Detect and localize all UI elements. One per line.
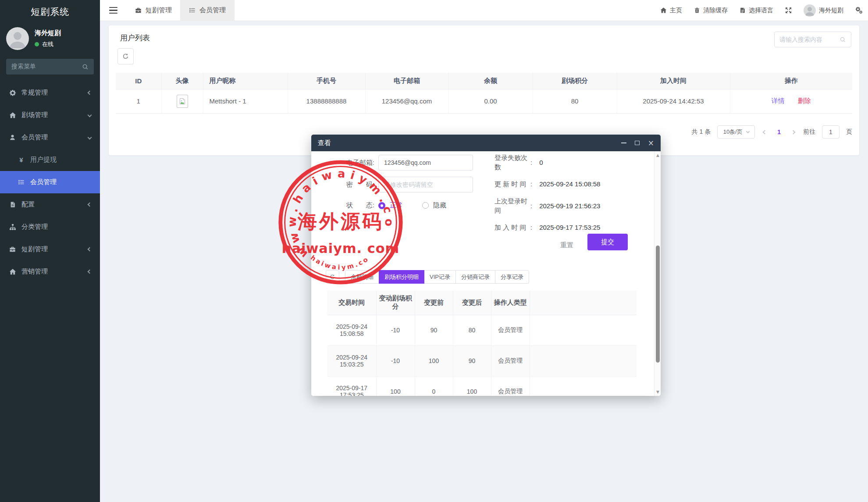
table-search-input[interactable] <box>779 36 836 43</box>
scrollbar-thumb[interactable] <box>656 246 660 363</box>
home-icon <box>9 111 16 119</box>
fullscreen-action[interactable] <box>785 7 792 14</box>
radio-hidden[interactable] <box>422 202 429 209</box>
info-label: 上次登录时间 <box>494 196 530 215</box>
sidebar-item-label: 用户提现 <box>30 156 57 164</box>
cell-operator-type: 会员管理 <box>491 376 530 396</box>
briefcase-icon <box>9 246 16 253</box>
record-tabs: 余额明细 剧场积分明细 VIP记录 分销商记录 分享记录 <box>345 270 529 284</box>
sidebar-item-members[interactable]: 会员管理 <box>0 126 100 149</box>
sidebar-item-label: 分类管理 <box>21 223 48 231</box>
chevron-left-icon <box>88 203 92 207</box>
info-row-updated: 更 新 时 间 : 2025-09-24 15:08:58 <box>494 179 644 189</box>
password-field[interactable] <box>378 177 473 192</box>
expand-icon <box>785 7 792 14</box>
scroll-up-icon[interactable]: ▲ <box>655 153 661 157</box>
goto-page-input[interactable] <box>822 125 840 139</box>
cell-before: 100 <box>415 345 453 376</box>
tab-drama-manage[interactable]: 短剧管理 <box>127 0 181 21</box>
sidebar-item-config[interactable]: 配置 <box>0 193 100 216</box>
sidebar-item-marketing[interactable]: 营销管理 <box>0 260 100 283</box>
col-points: 剧场积分 <box>533 73 617 89</box>
status-radio-group: 正常 隐藏 <box>378 201 446 210</box>
points-table-header: 交易时间 变动剧场积分 变更前 变更后 操作人类型 <box>327 291 637 315</box>
detail-link[interactable]: 详情 <box>772 97 785 104</box>
sidebar-item-label: 常规管理 <box>21 89 48 97</box>
page-title: 用户列表 <box>120 33 150 43</box>
menu-search-placeholder: 搜索菜单 <box>11 63 36 71</box>
page-size-value: 10条/页 <box>723 128 743 136</box>
tab-distributor-records[interactable]: 分销商记录 <box>455 270 495 284</box>
sidebar-menu-search[interactable]: 搜索菜单 <box>6 59 94 75</box>
sidebar-item-label: 营销管理 <box>21 267 48 276</box>
cell-trade-time: 2025-09-17 17:53:25 <box>327 376 376 396</box>
radio-normal-label: 正常 <box>390 201 403 210</box>
email-field-row: 电子邮箱: <box>336 155 473 171</box>
briefcase-icon <box>135 7 142 14</box>
col-trade-time: 交易时间 <box>327 291 376 315</box>
tab-theater-points[interactable]: 剧场积分明细 <box>379 270 424 284</box>
home-label: 主页 <box>670 7 682 14</box>
col-id: ID <box>116 73 161 89</box>
sidebar-item-general[interactable]: 常规管理 <box>0 82 100 104</box>
current-page[interactable]: 1 <box>775 128 783 135</box>
sidebar-item-label: 会员管理 <box>30 178 57 186</box>
reset-button[interactable]: 重置 <box>560 241 573 249</box>
detail-modal: 查看 × 电子邮箱: 密 码: 状 态: 正常 隐藏 <box>311 135 661 396</box>
refresh-button[interactable] <box>326 270 339 284</box>
clear-cache-action[interactable]: 清除缓存 <box>694 7 728 14</box>
refresh-button[interactable] <box>117 48 134 64</box>
tab-share-records[interactable]: 分享记录 <box>495 270 529 284</box>
search-icon[interactable] <box>840 36 846 43</box>
language-action[interactable]: 选择语言 <box>740 7 773 14</box>
modal-scrollbar: ▲ ▼ <box>654 151 661 396</box>
close-icon[interactable]: × <box>648 139 654 147</box>
maximize-icon[interactable] <box>635 141 640 145</box>
info-row-last-login: 上次登录时间 : 2025-09-19 21:56:23 <box>494 196 644 215</box>
col-avatar: 头像 <box>161 73 203 89</box>
cell-balance: 0.00 <box>448 89 533 113</box>
topbar: 短剧管理 会员管理 主页 清除缓存 选择语言 海外短剧 <box>100 0 868 21</box>
tab-balance-records[interactable]: 余额明细 <box>345 270 379 284</box>
radio-normal[interactable] <box>378 202 385 209</box>
search-icon[interactable] <box>82 64 89 70</box>
next-page-button[interactable] <box>790 129 797 135</box>
page-size-select[interactable]: 10条/页 <box>717 125 755 139</box>
user-menu[interactable]: 海外短剧 <box>804 4 843 17</box>
cell-operator-type: 会员管理 <box>491 345 530 376</box>
table-row: 2025-09-17 17:53:25 100 0 100 会员管理 <box>327 376 637 396</box>
password-field-row: 密 码: <box>336 177 473 192</box>
col-balance: 余额 <box>448 73 533 89</box>
home-action[interactable]: 主页 <box>660 7 682 14</box>
email-field[interactable] <box>378 155 473 171</box>
minimize-icon[interactable] <box>621 142 626 143</box>
col-points-change: 变动剧场积分 <box>376 291 415 315</box>
email-label: 电子邮箱: <box>336 159 374 167</box>
tab-label: 短剧管理 <box>146 6 172 14</box>
col-after: 变更后 <box>453 291 491 315</box>
cell-actions: 详情 删除 <box>730 89 852 113</box>
sidebar-item-theater[interactable]: 剧场管理 <box>0 104 100 126</box>
radio-hidden-label: 隐藏 <box>433 201 446 210</box>
settings-action[interactable] <box>855 7 863 14</box>
col-filler <box>530 291 637 315</box>
sidebar-item-categories[interactable]: 分类管理 <box>0 216 100 238</box>
delete-link[interactable]: 删除 <box>798 97 811 104</box>
prev-page-button[interactable] <box>761 129 768 135</box>
language-icon <box>740 7 746 14</box>
tab-vip-records[interactable]: VIP记录 <box>424 270 456 284</box>
sidebar-item-user-withdraw[interactable]: ¥ 用户提现 <box>0 149 100 171</box>
scroll-down-icon[interactable]: ▼ <box>655 390 661 394</box>
sidebar-item-drama[interactable]: 短剧管理 <box>0 238 100 260</box>
modal-header[interactable]: 查看 × <box>311 135 661 151</box>
submit-button[interactable]: 提交 <box>587 234 628 250</box>
chevron-down-icon <box>746 129 749 133</box>
table-row: 2025-09-24 15:08:58 -10 90 80 会员管理 <box>327 315 637 345</box>
tab-label: 会员管理 <box>199 6 226 14</box>
col-join-time: 加入时间 <box>617 73 730 89</box>
points-table: 交易时间 变动剧场积分 变更前 变更后 操作人类型 2025-09-24 15:… <box>327 291 637 396</box>
sidebar-item-member-manage[interactable]: 会员管理 <box>0 171 100 193</box>
tab-member-manage[interactable]: 会员管理 <box>181 0 235 21</box>
user-status: 在线 <box>35 40 61 48</box>
sidebar-toggle-button[interactable] <box>100 7 127 14</box>
